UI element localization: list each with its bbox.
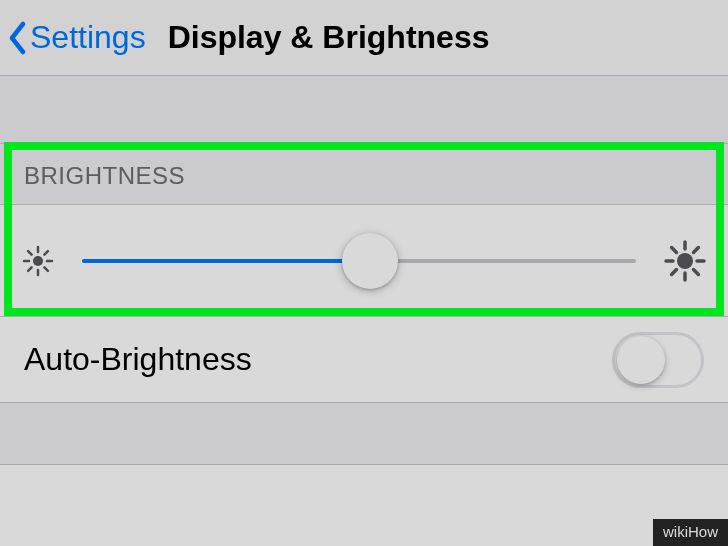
nav-header: Settings Display & Brightness: [0, 0, 728, 76]
sun-dim-icon: [22, 245, 54, 277]
sun-bright-icon: [664, 240, 706, 282]
watermark: wikiHow: [653, 519, 728, 546]
svg-line-16: [672, 269, 677, 274]
page-title: Display & Brightness: [168, 19, 490, 56]
slider-fill: [82, 259, 370, 263]
toggle-knob: [617, 336, 665, 384]
top-gap: [0, 76, 728, 144]
auto-brightness-row: Auto-Brightness: [0, 317, 728, 403]
content-area: BRIGHTNESS: [0, 76, 728, 546]
back-label: Settings: [30, 19, 146, 56]
svg-line-14: [672, 247, 677, 252]
slider-thumb[interactable]: [342, 233, 398, 289]
svg-line-15: [694, 269, 699, 274]
brightness-slider-row: [0, 205, 728, 317]
svg-line-7: [28, 267, 32, 271]
svg-point-0: [33, 256, 43, 266]
bottom-row: [0, 465, 728, 546]
brightness-slider[interactable]: [82, 259, 636, 263]
brightness-section-header: BRIGHTNESS: [0, 144, 728, 205]
chevron-left-icon: [8, 21, 28, 55]
auto-brightness-toggle[interactable]: [612, 332, 704, 388]
svg-point-9: [677, 253, 693, 269]
svg-line-6: [44, 267, 48, 271]
svg-line-8: [44, 251, 48, 255]
back-button[interactable]: Settings: [8, 19, 146, 56]
svg-line-17: [694, 247, 699, 252]
bottom-gap: [0, 403, 728, 465]
svg-line-5: [28, 251, 32, 255]
auto-brightness-label: Auto-Brightness: [24, 341, 252, 378]
